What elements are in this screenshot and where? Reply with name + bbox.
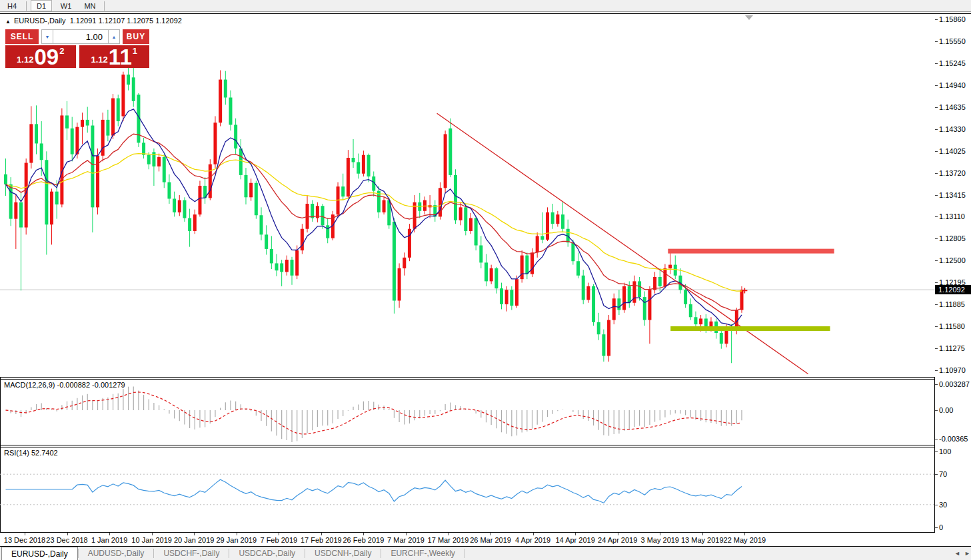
candle-body — [86, 120, 89, 126]
candle-body — [617, 298, 620, 310]
candle-body — [668, 265, 672, 268]
date-axis-label: 17 Feb 2019 — [301, 536, 342, 544]
candle-body — [597, 322, 600, 334]
price-axis-label: 1.11275 — [939, 344, 965, 352]
candle-body — [449, 129, 452, 175]
candle-body — [515, 279, 518, 306]
price-axis-tick — [935, 41, 938, 42]
rsi-pane-canvas[interactable] — [0, 447, 935, 532]
resistance-level-line[interactable] — [668, 249, 834, 254]
chart-tab-eurchf[interactable]: EURCHF-,Weekly — [381, 547, 464, 560]
price-axis-label: 1.14330 — [939, 125, 966, 133]
chart-tab-audusd[interactable]: AUDUSD-,Daily — [79, 547, 154, 560]
chart-symbol-label: EURUSD-,Daily — [14, 17, 66, 25]
macd-axis-tick — [935, 410, 938, 411]
date-axis-tick — [109, 533, 110, 535]
rsi-axis-label: 30 — [939, 501, 947, 509]
chart-tab-usdcnh[interactable]: USDCNH-,Daily — [305, 547, 381, 560]
date-axis-label: 26 Feb 2019 — [343, 536, 385, 544]
candle-body — [19, 202, 23, 228]
candle-body — [117, 99, 120, 121]
date-axis-label: 20 Jan 2019 — [174, 536, 215, 544]
candle-body — [561, 214, 564, 229]
candle-body — [464, 207, 467, 231]
candle-body — [551, 212, 554, 224]
macd-label: MACD(12,26,9) -0.000882 -0.001279 — [4, 381, 125, 389]
candle-body — [295, 250, 299, 276]
toolbar-separator — [104, 1, 105, 11]
rsi-axis-label: 100 — [939, 447, 951, 455]
date-axis-tick — [449, 533, 449, 535]
macd-axis-tick — [935, 384, 938, 385]
date-axis-tick — [406, 533, 407, 535]
candle-body — [311, 204, 314, 218]
candle-body — [520, 256, 524, 280]
candle-body — [275, 263, 279, 270]
date-axis-label: 17 Mar 2019 — [428, 536, 469, 544]
candle-body — [586, 286, 590, 300]
candle-body — [29, 124, 33, 162]
candle-body — [699, 318, 702, 324]
candle-body — [592, 286, 595, 322]
candle-body — [500, 288, 503, 304]
sell-button[interactable]: SELL — [5, 29, 39, 44]
candle-body — [571, 242, 574, 261]
date-axis-tick — [490, 533, 491, 535]
chart-tab-usdcad[interactable]: USDCAD-,Daily — [229, 547, 305, 560]
price-axis-tick — [935, 107, 938, 108]
date-axis-tick — [25, 533, 25, 535]
candle-body — [423, 200, 427, 211]
volume-increase-button[interactable]: ▲ — [108, 29, 120, 44]
one-click-trade-panel: SELL ▼ ▲ BUY 1.12 09 2 1.12 11 1 — [5, 29, 149, 68]
buy-price-display[interactable]: 1.12 11 1 — [79, 45, 150, 68]
timeframe-button-d1[interactable]: D1 — [31, 0, 52, 11]
chart-tab-usdchf[interactable]: USDCHF-,Daily — [154, 547, 229, 560]
sell-price-display[interactable]: 1.12 09 2 — [5, 45, 76, 68]
candlestick-chart-canvas[interactable] — [0, 14, 935, 377]
timeframe-button-mn[interactable]: MN — [80, 1, 100, 11]
moving-average-line — [6, 109, 742, 326]
price-axis-tick — [935, 151, 938, 152]
date-axis-tick — [194, 533, 195, 535]
candle-body — [582, 276, 585, 300]
sell-price-pips: 09 — [34, 48, 59, 67]
descending-trendline[interactable] — [437, 113, 808, 374]
candle-body — [198, 186, 201, 214]
moving-average-line — [6, 134, 742, 310]
collapse-panel-icon[interactable]: ▲ — [5, 19, 11, 25]
price-axis-tick — [935, 195, 938, 196]
chart-shift-marker-icon[interactable] — [745, 15, 753, 20]
date-axis-label: 7 Mar 2019 — [387, 536, 425, 544]
date-axis-tick — [533, 533, 534, 535]
candle-body — [326, 225, 329, 238]
date-axis-label: 26 Mar 2019 — [470, 536, 511, 544]
candle-body — [147, 155, 151, 164]
candle-body — [244, 175, 247, 197]
candle-body — [632, 281, 636, 302]
pane-separator — [0, 445, 971, 445]
macd-pane-canvas[interactable] — [0, 380, 935, 445]
main-chart-pane[interactable] — [0, 14, 935, 377]
toolbar-separator — [26, 1, 27, 11]
buy-button[interactable]: BUY — [123, 29, 149, 44]
volume-input[interactable] — [53, 29, 108, 44]
candle-body — [494, 268, 498, 288]
support-level-line[interactable] — [670, 326, 830, 331]
candle-body — [50, 192, 53, 225]
date-axis-tick — [363, 533, 364, 535]
macd-axis-tick — [935, 439, 938, 439]
chart-tabs-bar: EURUSD-,DailyAUDUSD-,DailyUSDCHF-,DailyU… — [0, 547, 971, 560]
tab-scroll-left-icon[interactable]: ◄ — [954, 547, 960, 560]
timeframe-toolbar: H4D1W1MN — [0, 0, 971, 12]
timeframe-button-h4[interactable]: H4 — [2, 1, 22, 11]
price-axis-tick — [935, 19, 938, 20]
candle-body — [301, 229, 304, 250]
chart-tab-eurusd[interactable]: EURUSD-,Daily — [1, 547, 78, 560]
tab-scroll-right-icon[interactable]: ► — [964, 547, 970, 560]
volume-decrease-button[interactable]: ▼ — [41, 29, 53, 44]
price-axis-tick — [935, 348, 938, 349]
date-axis-label: 3 May 2019 — [641, 536, 679, 544]
timeframe-button-w1[interactable]: W1 — [56, 1, 76, 11]
date-axis-label: 1 Jan 2019 — [91, 536, 127, 544]
price-axis-tick — [935, 238, 938, 239]
